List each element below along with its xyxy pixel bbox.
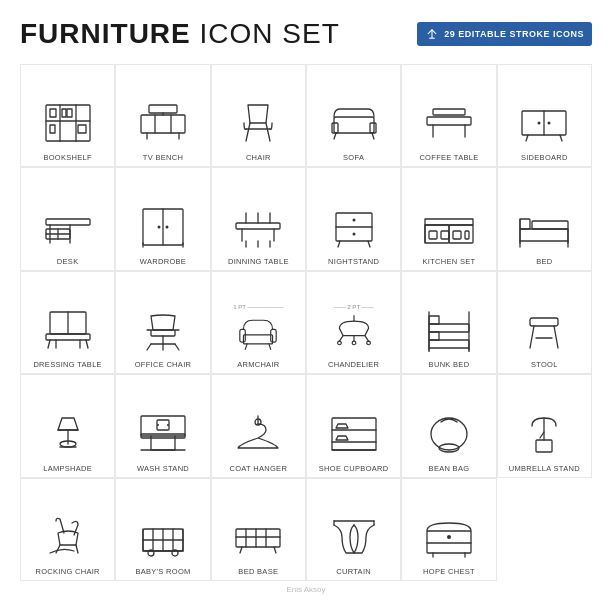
svg-rect-33 — [46, 219, 90, 225]
icon-label: HOPE CHEST — [423, 567, 475, 576]
icon-label: NIGHTSTAND — [328, 257, 379, 266]
svg-point-41 — [157, 225, 160, 228]
icon-cell-stool: STOOL — [497, 271, 592, 374]
icon-label: SHOE CUPBOARD — [319, 464, 389, 473]
icon-label: DRESSING TABLE — [33, 360, 102, 369]
svg-rect-23 — [427, 117, 471, 125]
icon-label: COFFEE TABLE — [419, 153, 478, 162]
icon-cell-sideboard: SIDEBOARD — [497, 64, 592, 167]
icon-cell-curtain: CURTAIN — [306, 478, 401, 581]
icon-label: OFFICE CHAIR — [135, 360, 192, 369]
svg-rect-118 — [141, 416, 185, 436]
icon-label: SIDEBOARD — [521, 153, 568, 162]
svg-line-152 — [240, 547, 242, 553]
icon-label: ROCKING CHAIR — [36, 567, 100, 576]
icon-cell-bean-bag: BEAN BAG — [401, 374, 496, 477]
icon-cell-dressing-table: DRESSING TABLE — [20, 271, 115, 374]
icon-label: BUNK BED — [429, 360, 470, 369]
svg-rect-147 — [236, 529, 280, 547]
icon-label: TV BENCH — [143, 153, 183, 162]
svg-rect-8 — [78, 125, 86, 133]
icon-label: BED BASE — [238, 567, 278, 576]
icon-label: CHANDELIER — [328, 360, 379, 369]
svg-line-93 — [246, 344, 248, 349]
svg-rect-106 — [429, 316, 439, 324]
icon-cell-wash-stand: WASH STAND — [115, 374, 210, 477]
svg-rect-63 — [429, 231, 437, 239]
svg-line-16 — [246, 123, 250, 141]
svg-line-79 — [86, 340, 88, 348]
icon-cell-bookshelf: BOOKSHELF — [20, 64, 115, 167]
icon-cell-bunk-bed: BUNK BED — [401, 271, 496, 374]
svg-rect-90 — [240, 330, 245, 343]
icon-cell-chair: CHAIR — [211, 64, 306, 167]
svg-rect-77 — [46, 334, 90, 340]
icon-cell-bed-base: BED BASE — [211, 478, 306, 581]
icon-grid: BOOKSHELF TV BENCH — [20, 64, 592, 581]
icon-label: CURTAIN — [336, 567, 371, 576]
svg-line-136 — [76, 545, 78, 553]
svg-rect-92 — [244, 335, 273, 344]
badge: 29 EDITABLE STROKE ICONS — [417, 22, 592, 46]
icon-label: KITCHEN SET — [423, 257, 476, 266]
svg-point-159 — [447, 535, 451, 539]
svg-line-32 — [560, 135, 562, 141]
svg-line-21 — [334, 133, 336, 139]
icon-cell-desk: DESK — [20, 167, 115, 270]
svg-rect-7 — [50, 125, 55, 133]
icon-label: CHAIR — [246, 153, 271, 162]
svg-line-31 — [526, 135, 528, 141]
svg-line-94 — [269, 344, 271, 349]
svg-line-22 — [372, 133, 374, 139]
svg-rect-104 — [429, 324, 469, 332]
svg-rect-64 — [441, 231, 449, 239]
svg-rect-66 — [465, 231, 469, 239]
svg-point-130 — [431, 418, 467, 450]
svg-rect-82 — [151, 330, 175, 336]
svg-rect-69 — [520, 219, 530, 229]
svg-line-98 — [365, 336, 369, 341]
icon-label: BEAN BAG — [429, 464, 470, 473]
icon-cell-wardrobe: WARDROBE — [115, 167, 210, 270]
svg-point-56 — [352, 218, 355, 221]
svg-rect-132 — [536, 440, 552, 452]
svg-point-122 — [157, 424, 159, 426]
icon-label: BOOKSHELF — [43, 153, 92, 162]
svg-rect-157 — [427, 531, 471, 553]
svg-point-99 — [337, 341, 341, 345]
svg-rect-62 — [425, 219, 473, 225]
svg-point-101 — [366, 341, 370, 345]
svg-line-135 — [56, 545, 60, 553]
icon-cell-babys-room: BABY'S ROOM — [115, 478, 210, 581]
svg-rect-105 — [429, 340, 469, 348]
svg-point-42 — [165, 225, 168, 228]
svg-line-111 — [530, 326, 534, 348]
icon-cell-tv-bench: TV BENCH — [115, 64, 210, 167]
svg-rect-20 — [370, 123, 376, 133]
svg-line-17 — [266, 123, 270, 141]
svg-rect-14 — [149, 105, 177, 113]
icon-cell-coffee-table: COFFEE TABLE — [401, 64, 496, 167]
svg-point-131 — [439, 444, 459, 452]
icon-cell-shoe-cupboard: SHOE CUPBOARD — [306, 374, 401, 477]
svg-line-85 — [147, 344, 151, 350]
svg-rect-126 — [332, 418, 376, 450]
icon-cell-sofa: SOFA — [306, 64, 401, 167]
watermark: Enis Aksoy — [20, 585, 592, 594]
icon-label: DESK — [57, 257, 79, 266]
svg-point-30 — [548, 122, 551, 125]
svg-line-78 — [48, 340, 50, 348]
svg-rect-74 — [532, 221, 568, 229]
icon-label: SOFA — [343, 153, 364, 162]
svg-line-86 — [175, 344, 179, 350]
icon-cell-lampshade: LAMPSHADE — [20, 374, 115, 477]
icon-cell-chandelier: —— 2 PT —— CHANDELIER — [306, 271, 401, 374]
svg-line-59 — [368, 241, 370, 247]
icon-cell-umbrella-stand: UMBRELLA STAND — [497, 374, 592, 477]
svg-rect-19 — [332, 123, 338, 133]
icon-cell-office-chair: OFFICE CHAIR — [115, 271, 210, 374]
svg-rect-65 — [453, 231, 461, 239]
icon-cell-dinning-table: DINNING TABLE — [211, 167, 306, 270]
icon-cell-nightstand: NIGHTSTAND — [306, 167, 401, 270]
svg-rect-0 — [46, 105, 90, 141]
